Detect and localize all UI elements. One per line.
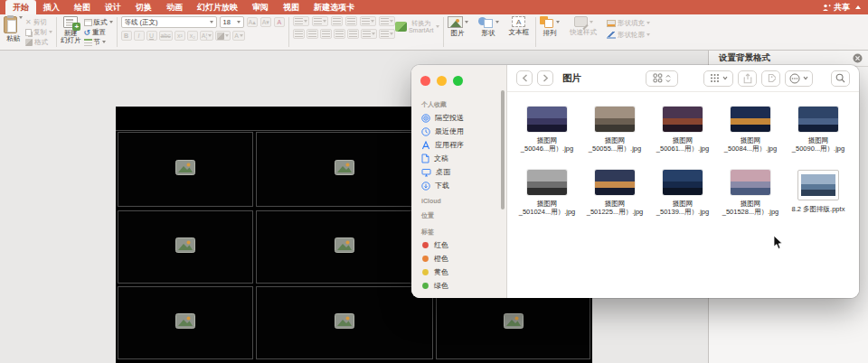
ribbon-tab-开始[interactable]: 开始 (5, 0, 36, 14)
view-mode-selector[interactable] (646, 70, 678, 87)
tag-button[interactable] (761, 70, 780, 87)
image-placeholder-cell[interactable] (256, 286, 433, 359)
ribbon-tab-视图[interactable]: 视图 (276, 0, 307, 14)
format-painter-button[interactable]: 格式 (25, 38, 52, 46)
paste-button[interactable]: 粘贴 (4, 16, 23, 42)
group-grid-icon (710, 73, 720, 83)
distribute-button[interactable] (347, 29, 359, 39)
ribbon-tab-动画[interactable]: 动画 (159, 0, 190, 14)
text-direction-button[interactable] (361, 29, 377, 39)
sidebar-item-文稿[interactable]: 文稿 (411, 152, 506, 165)
shape-outline-button[interactable]: 形状轮廓 (607, 31, 650, 39)
brush-icon (25, 39, 33, 46)
file-item[interactable]: 摄图网_501528...用）.jpg (717, 170, 784, 216)
italic-button[interactable]: I (134, 31, 145, 41)
group-button[interactable] (703, 70, 733, 87)
font-family-select[interactable]: 等线 (正文) (121, 16, 217, 28)
collapse-ribbon-icon[interactable] (855, 5, 861, 9)
sidebar-item-隔空投送[interactable]: 隔空投送 (411, 111, 506, 125)
bullets-button[interactable] (293, 16, 309, 26)
decrease-indent-button[interactable] (331, 16, 343, 26)
ribbon-tab-切换[interactable]: 切换 (128, 0, 159, 14)
ribbon-tab-设计[interactable]: 设计 (98, 0, 128, 14)
ribbon-tab-新建选项卡[interactable]: 新建选项卡 (307, 0, 362, 14)
insert-shapes-button[interactable]: 形状 (478, 16, 499, 37)
forward-button[interactable] (537, 70, 553, 86)
sidebar-scrollbar[interactable] (501, 90, 505, 209)
new-slide-button[interactable]: 新建幻灯片 (61, 16, 81, 44)
image-placeholder-cell[interactable] (118, 210, 253, 284)
file-item[interactable]: 摄图网_50055...用）.jpg (581, 107, 648, 153)
file-item[interactable]: 摄图网_50139...用）.jpg (649, 170, 716, 216)
ribbon-tab-审阅[interactable]: 审阅 (245, 0, 276, 14)
text-highlight-button[interactable] (215, 31, 231, 41)
layout-button[interactable]: 版式 (84, 18, 113, 26)
image-placeholder-cell[interactable] (256, 132, 433, 207)
insert-group: 图片 形状 A 文本框 (448, 16, 533, 37)
sidebar-item-下载[interactable]: 下载 (411, 179, 506, 192)
strikethrough-button[interactable]: abc (159, 31, 173, 41)
sidebar-item-桌面[interactable]: 桌面 (411, 165, 506, 179)
numbering-button[interactable] (312, 16, 328, 26)
cut-button[interactable]: ✕剪切 (25, 18, 52, 26)
line-spacing-button[interactable] (360, 16, 376, 26)
align-right-button[interactable] (320, 29, 332, 39)
close-panel-icon[interactable] (853, 53, 863, 63)
section-button[interactable]: 节 (84, 38, 113, 46)
minimize-window-button[interactable] (437, 76, 447, 86)
clear-formatting-button[interactable]: A (274, 17, 285, 27)
file-item[interactable]: 摄图网_50046...用）.jpg (514, 107, 580, 153)
font-size-select[interactable]: 18 (220, 16, 244, 28)
file-item[interactable]: 摄图网_501024...用）.jpg (514, 170, 580, 216)
align-text-button[interactable] (379, 29, 395, 39)
convert-to-smartart-button[interactable]: 转换为SmartArt (395, 20, 439, 33)
insert-picture-button[interactable]: 图片 (448, 16, 468, 37)
insert-textbox-button[interactable]: A 文本框 (509, 16, 530, 36)
share-file-button[interactable] (738, 70, 757, 87)
increase-indent-button[interactable] (345, 16, 357, 26)
font-color-button[interactable]: A (232, 31, 245, 41)
shape-fill-button[interactable]: 形状填充 (607, 19, 650, 27)
arrange-button[interactable]: 排列 (540, 16, 560, 37)
character-spacing-button[interactable]: A¦ (200, 31, 214, 41)
subscript-button[interactable]: x₂ (187, 31, 198, 41)
image-placeholder-cell[interactable] (118, 132, 253, 207)
bold-button[interactable]: B (121, 31, 132, 41)
align-center-button[interactable] (307, 29, 318, 39)
back-button[interactable] (516, 70, 533, 86)
quick-styles-button[interactable]: 快速样式 (570, 16, 597, 36)
shrink-font-button[interactable]: A▾ (260, 17, 271, 27)
search-button[interactable] (831, 70, 850, 87)
sidebar-item-红色[interactable]: 红色 (411, 238, 506, 252)
underline-button[interactable]: U (146, 31, 157, 41)
sidebar-item-绿色[interactable]: 绿色 (411, 279, 506, 293)
superscript-button[interactable]: x² (175, 31, 185, 41)
columns-button[interactable] (379, 16, 395, 26)
ribbon-tab-插入[interactable]: 插入 (36, 0, 67, 14)
copy-button[interactable]: 复制 (25, 28, 52, 36)
close-window-button[interactable] (420, 76, 430, 86)
sidebar-item-最近使用[interactable]: 最近使用 (411, 125, 506, 138)
ribbon-tab-绘图[interactable]: 绘图 (67, 0, 98, 14)
file-item[interactable]: 8.2 多图排版.pptx (785, 170, 852, 213)
file-item[interactable]: 摄图网_50090...用）.jpg (785, 107, 852, 153)
sidebar-item-应用程序[interactable]: 应用程序 (411, 138, 506, 152)
sidebar-item-橙色[interactable]: 橙色 (411, 252, 506, 265)
ribbon-tab-幻灯片放映[interactable]: 幻灯片放映 (190, 0, 245, 14)
align-left-button[interactable] (293, 29, 305, 39)
justify-button[interactable] (334, 29, 345, 39)
image-placeholder-cell[interactable] (256, 210, 433, 284)
file-item[interactable]: 摄图网_501225...用）.jpg (581, 170, 648, 216)
image-placeholder-cell[interactable] (118, 286, 253, 359)
sidebar-item-黄色[interactable]: 黄色 (411, 265, 506, 279)
tag-icon (766, 73, 776, 83)
grow-font-button[interactable]: A▴ (247, 17, 258, 27)
file-item[interactable]: 摄图网_50084...用）.jpg (717, 107, 784, 153)
more-actions-button[interactable] (785, 70, 813, 87)
zoom-window-button[interactable] (453, 76, 463, 86)
reset-button[interactable]: ↺重置 (84, 28, 113, 36)
share-button[interactable]: 共享 (822, 2, 850, 14)
line-spacing-icon (362, 18, 370, 24)
finder-sidebar: 个人收藏隔空投送最近使用应用程序文稿桌面下载iCloud位置标签红色橙色黄色绿色 (411, 65, 507, 298)
file-item[interactable]: 摄图网_50061...用）.jpg (649, 107, 716, 153)
